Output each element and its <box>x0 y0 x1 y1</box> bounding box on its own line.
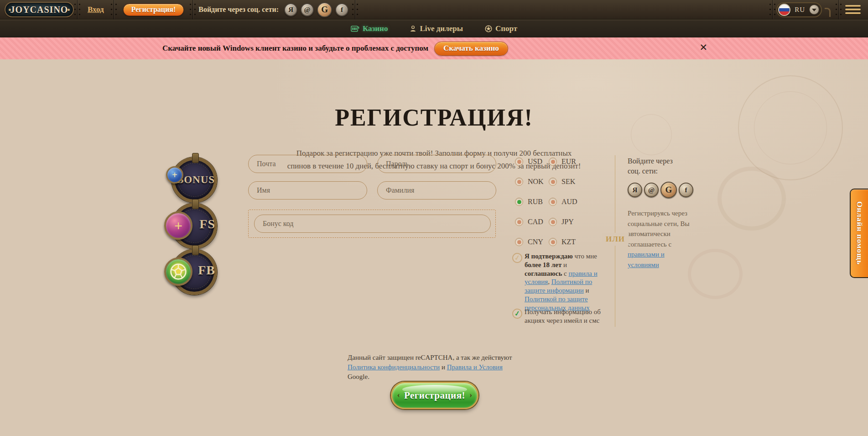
last-name-field[interactable] <box>377 181 496 200</box>
submit-registration-button[interactable]: ‹ Регистрация! › <box>391 382 478 409</box>
download-banner: Скачайте новый Windows клиент казино и з… <box>0 37 868 59</box>
login-link[interactable]: Вход <box>88 5 104 14</box>
currency-option-rub[interactable]: RUB <box>515 198 543 206</box>
bonus-badge: BONUS + <box>168 157 220 203</box>
first-name-field[interactable] <box>248 181 367 200</box>
currency-option-nok[interactable]: NOK <box>515 178 544 186</box>
radio-kzt[interactable] <box>549 238 557 246</box>
russian-flag-icon <box>778 4 790 16</box>
slot-machine-icon <box>351 25 359 32</box>
yandex-icon[interactable]: Я <box>284 3 297 16</box>
close-icon[interactable]: ✕ <box>699 43 707 53</box>
radio-eur[interactable] <box>549 158 557 166</box>
topbar-seam <box>352 0 359 19</box>
page-title: РЕГИСТРАЦИЯ! <box>0 104 868 131</box>
radio-jpy[interactable] <box>549 218 557 226</box>
tab-sport[interactable]: Спорт <box>485 24 517 33</box>
social-panel-note: Регистрируясь через социальные сети, Вы … <box>628 208 696 270</box>
privacy-policy-link[interactable]: Политика конфиденциальности <box>348 363 440 371</box>
banner-message: Скачайте новый Windows клиент казино и з… <box>162 44 428 53</box>
radio-aud[interactable] <box>549 198 557 206</box>
language-code: RU <box>795 6 805 14</box>
soccer-ball-icon <box>169 263 187 281</box>
terms-link[interactable]: правилами и условиями <box>628 251 665 268</box>
currency-option-kzt[interactable]: KZT <box>549 238 576 246</box>
facebook-icon[interactable]: f <box>335 3 348 16</box>
radio-cad[interactable] <box>515 218 523 226</box>
age-confirm-text: Я подтверждаю что мне более 18 лет и сог… <box>525 252 601 312</box>
soccer-ball-icon <box>485 25 492 32</box>
bonus-badges: BONUS + FS + FB <box>168 157 227 295</box>
radio-rub-selected[interactable] <box>515 198 523 206</box>
google-icon[interactable]: G <box>317 2 332 17</box>
topbar-seam <box>835 0 842 19</box>
mailru-icon[interactable]: @ <box>301 3 314 16</box>
yandex-icon[interactable]: Я <box>628 183 642 197</box>
radio-cny[interactable] <box>515 238 523 246</box>
soccer-ball-orb <box>164 257 192 286</box>
currency-option-cny[interactable]: CNY <box>515 238 543 246</box>
radio-usd[interactable] <box>515 158 523 166</box>
currency-option-usd[interactable]: USD <box>515 158 542 166</box>
facebook-icon[interactable]: f <box>679 183 693 197</box>
bonus-orb-icon: + <box>166 166 183 184</box>
currency-option-aud[interactable]: AUD <box>549 198 577 206</box>
currency-option-sek[interactable]: SEK <box>549 178 575 186</box>
top-bar: JOYCASINO Вход Регистрация! Войдите чере… <box>0 0 868 20</box>
email-field[interactable] <box>248 155 367 173</box>
tab-live-dealers[interactable]: Live дилеры <box>410 24 463 33</box>
right-arrow-decoration: › <box>469 390 472 400</box>
topbar-seam <box>74 0 81 19</box>
bonus-code-field[interactable] <box>254 215 491 233</box>
recaptcha-note: Данный сайт защищен reCAPTCHA, а так же … <box>348 353 522 382</box>
social-login-panel: Войдите через соц. сети: Я @ G f Регистр… <box>628 156 701 270</box>
google-terms-link[interactable]: Правила и Условия <box>447 363 503 371</box>
tab-casino[interactable]: Казино <box>351 24 388 33</box>
radio-sek[interactable] <box>549 178 557 186</box>
currency-option-eur[interactable]: EUR <box>549 158 576 166</box>
topbar-seam <box>769 0 776 19</box>
dealer-icon <box>410 25 416 32</box>
logo[interactable]: JOYCASINO <box>5 2 74 17</box>
menu-icon[interactable] <box>845 5 861 14</box>
language-selector[interactable]: RU <box>776 2 822 17</box>
bonus-code-box <box>248 210 496 238</box>
password-field[interactable] <box>377 155 496 173</box>
freebet-badge: FB <box>168 249 220 295</box>
social-login-prompt: Войдите через соц. сети: <box>198 5 279 14</box>
download-casino-button[interactable]: Скачать казино <box>434 42 508 56</box>
google-icon[interactable]: G <box>660 182 677 198</box>
currency-option-cad[interactable]: CAD <box>515 218 543 226</box>
mailru-icon[interactable]: @ <box>644 183 659 197</box>
promo-info-text: Получать информацию об акциях через имей… <box>525 308 601 325</box>
chevron-down-icon[interactable] <box>809 5 819 15</box>
coffee-stain-decoration <box>717 167 786 231</box>
social-panel-title: Войдите через соц. сети: <box>628 156 685 176</box>
pipe-decoration <box>825 8 831 17</box>
main-nav: Казино Live дилеры Спорт <box>0 20 868 37</box>
topbar-seam <box>189 0 197 19</box>
radio-nok[interactable] <box>515 178 523 186</box>
or-label: ИЛИ <box>602 233 629 246</box>
online-help-tab[interactable]: Онлайн помощь <box>850 189 868 278</box>
currency-option-jpy[interactable]: JPY <box>549 218 574 226</box>
topbar-seam <box>110 0 118 19</box>
left-arrow-decoration: ‹ <box>397 390 400 400</box>
freespins-orb-icon: + <box>164 211 192 240</box>
freespins-badge: FS + <box>168 203 220 249</box>
register-button[interactable]: Регистрация! <box>123 4 184 16</box>
